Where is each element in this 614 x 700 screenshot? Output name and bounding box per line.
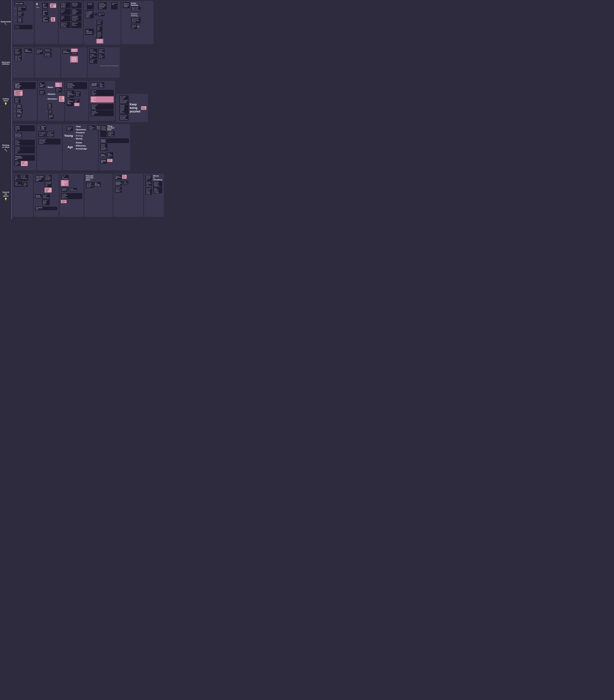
avoid-affectation-label: Avoidaffectation: [62, 50, 70, 54]
novel-label: Novel: [48, 86, 53, 88]
section-title-working: Workingon ideas: [2, 144, 10, 148]
simplicity-quote: Simplicity is the ultimate sophisticatio…: [89, 65, 119, 66]
curiosity-originality: Curiosity tooriginalitygenerates: [91, 82, 98, 87]
how-to-see-it: How tosee it: [39, 90, 45, 95]
not-necessary-big: It's notnecessarybig: [115, 175, 122, 179]
freedom-label: Freedom: [76, 132, 85, 134]
find-obsess: Findsomething,thenobsess: [66, 99, 74, 106]
find-field-node-3: Where'senoughenoughto grow: [14, 17, 33, 23]
knowledge-label: Knowledge: [76, 148, 87, 150]
different-thinking-modes: Differentthinkingmodes: [123, 2, 130, 8]
section-emoji-getting-ideas: 💡: [4, 102, 7, 105]
panel-questions-come: Doing andnot doingsomethingwork Question…: [13, 124, 36, 171]
panel-efforts-cumulative: Working onhard way It should besometimes…: [84, 1, 121, 45]
panel-novel-ideas-day: Attempt gocan come upwith somethingnew w…: [65, 81, 88, 121]
panel-copying: You canstartautomatically It's agood ide…: [60, 174, 84, 217]
nerds-rule-label: Nerdsrule theworld: [72, 57, 77, 62]
panel-life-1: Freethingyou cando Don't taketoo muchon …: [13, 174, 33, 217]
panel-being-best: Being thebest iseasier thanit seems When…: [13, 47, 34, 78]
induce-passivity: Inducepassivity: [100, 153, 106, 157]
steps-list: Go tothefrontier Requireshardwork! Ident…: [40, 2, 56, 22]
panel-not-necessary: It's notnecessarybig Morethingsto it You…: [113, 174, 143, 217]
section-great-work: Great work 🔨 Find a field Where's enough…: [0, 0, 164, 46]
section-title-getting-ideas: Gettingideas: [3, 98, 9, 102]
efficiency-label: Efficiency: [76, 145, 86, 147]
section-title-attributes: Great workattributes: [2, 61, 10, 65]
age-label: Age: [67, 146, 73, 149]
section-getting-ideas: Gettingideas 💡 The mostoriginalideas com…: [0, 80, 164, 123]
copying-ok: Copyingis ok if...: [61, 188, 67, 192]
questions-come-answering: Questionscome fromanswering: [14, 133, 22, 138]
panel-life-2: Great thingscome frominstalledideas What…: [34, 174, 59, 217]
section-label-life: Generallifeadvice 💡: [0, 173, 12, 219]
panel-find-stick: Find andstick thisplace From whatyou gro…: [85, 174, 113, 217]
energy-label: Energy: [76, 135, 83, 137]
obvious-label: Obvious: [48, 93, 55, 95]
step-explore-gain: Explorethegap/gain Alsohardwork!: [40, 17, 56, 22]
keep-being-puzzled: Keepbeingpuzzled: [130, 103, 140, 113]
find-stick-title: Find andstick thisplace: [86, 175, 111, 180]
find-audience: You needto find youraudience: [115, 181, 122, 185]
young-label: Young: [64, 134, 73, 137]
section-emoji-working: 🔧: [4, 149, 7, 152]
section-great-work-attributes: Great workattributes Being thebest iseas…: [0, 46, 164, 80]
section-title-life: Generallifeadvice: [2, 191, 9, 197]
openness-label: Openness: [76, 128, 86, 131]
quality-quantity: Qualityquantity: [35, 194, 41, 198]
section-emoji-life: 💡: [4, 198, 7, 201]
focus-dreaded: Focus ondreadedquestions: [100, 138, 129, 143]
give-attitude: Give attitudefrom: [35, 207, 58, 210]
find-field-nodes: Where's enoughright toInterest Where you…: [14, 6, 33, 29]
originality-label: The mostoriginalideas comefrom herenatur…: [14, 82, 36, 89]
find-field-node-1: Where's enoughright toInterest: [14, 6, 33, 11]
money-label: Money: [76, 137, 83, 140]
power-label: Power: [76, 141, 82, 144]
section-content-getting-ideas: The mostoriginalideas comefrom herenatur…: [12, 80, 164, 123]
section-general-life: Generallifeadvice 💡 Freethingyou cando D…: [0, 173, 164, 219]
apply-shtickness: Applyshtickness: [24, 49, 32, 53]
panel-novel: Anoriginalideas How tosee it Novel Model…: [38, 81, 64, 121]
passive-thinking-label: Passivethinking: [131, 13, 141, 17]
find-field-node-2: Where youstill findInterest: [14, 12, 33, 16]
section-content-working: Doing andnot doingsomethingwork Question…: [12, 123, 164, 173]
step-identify-gap: Identifythegap: [40, 10, 56, 15]
section-content-life: Freethingyou cando Don't taketoo muchon …: [12, 173, 164, 219]
well-sync-attitude: Well syncattitudescale: [66, 127, 73, 131]
panel-originality: The mostoriginalideas comefrom herenatur…: [13, 81, 37, 121]
step-go-frontier: Go tothefrontier Requireshardwork!: [40, 3, 56, 9]
section-label-working: Workingon ideas 🔧: [0, 123, 12, 173]
strictness-label: Strictness: [48, 98, 57, 100]
morals-label: Moralsiseverything: [153, 175, 162, 180]
originality-habit: Originality isa habit ofmind (rareprecio…: [14, 90, 23, 96]
panel-focus-work: Focus onthe workitself People willtrust …: [35, 47, 60, 78]
panel-young-age: Well syncattitudescale Young Age Time Op…: [63, 124, 98, 171]
steps-title: 4: [36, 2, 39, 6]
panel-simplicity: Alive toaction is afull discussion Compa…: [88, 47, 120, 78]
an-original-ideas: Anoriginalideas: [39, 82, 45, 88]
panel-thinking-modes: Differentthinkingmodes Activethinking Fo…: [122, 1, 154, 44]
efforts-cumulative-label: Yourefforts arecumulative: [85, 29, 94, 35]
section-label-getting-ideas: Gettingideas 💡: [0, 80, 12, 123]
also-hard-work: Alsohardwork!: [51, 17, 55, 22]
novel-obvious-ideas: Novel +obviousideas eachday: [66, 90, 74, 98]
panel-avoid-affectation: Avoidaffectation Intellectualcuriosity I…: [61, 47, 87, 78]
open-markets: We openlyno efficientmarkets: [38, 131, 46, 137]
planning-important: Planning isa dangerousgoal: [14, 155, 35, 161]
panel-curiosity: Curiosity tooriginalitygenerates Mostobv…: [89, 81, 115, 121]
active-thinking-label: Activethinking: [131, 2, 141, 6]
section-label-attributes: Great workattributes: [0, 46, 12, 80]
model-change: Modelchangerequired: [55, 83, 62, 87]
panel-keep-puzzled: Even thoughyou mighthave itawesome, do n…: [116, 94, 148, 122]
time-label: Time: [76, 125, 81, 128]
find-field-extra: Pick aninterestingwork area: [14, 25, 33, 29]
focus-work-label: Focus onthe workitself: [36, 49, 43, 54]
panel-high-risk: High-risk> highreward We openlyno effici…: [37, 124, 62, 171]
go-from-model: Go fromyour modelinside: [55, 87, 62, 92]
panel-things-dont-know: What youmean andwhat youare saying Thing…: [99, 124, 130, 171]
section-content-great-work: Find a field Where's enoughright toInter…: [12, 0, 164, 46]
section-working-on-ideas: Workingon ideas 🔧 Doing andnot doingsome…: [0, 123, 164, 173]
requires-hard-work: Requireshardwork!: [50, 3, 56, 8]
section-label-great-work: Great work 🔨: [0, 0, 12, 46]
panel-4-steps: 4 steps Go tothefrontier Requireshardwor…: [35, 1, 58, 44]
things-dont-know: Thingsyou don'tknow: [107, 125, 114, 130]
